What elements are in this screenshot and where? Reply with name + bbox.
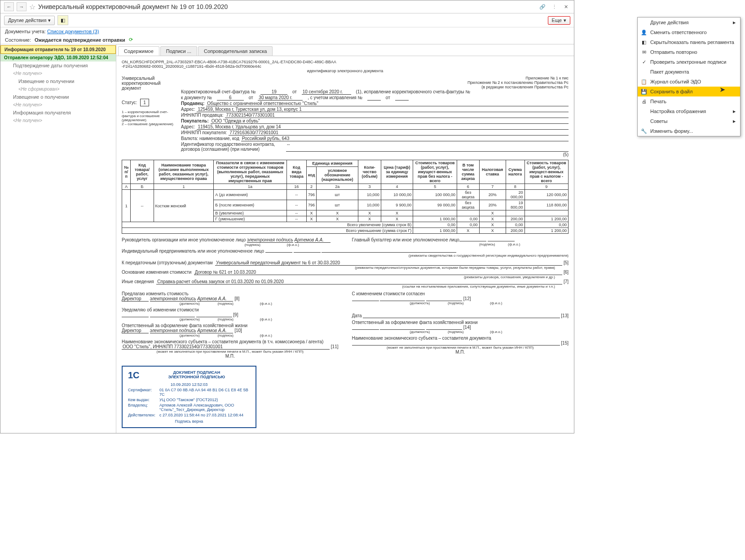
tab-note[interactable]: Сопроводительная записка [198, 46, 273, 56]
signature-stamp: 1C ДОКУМЕНТ ПОДПИСАН ЭЛЕКТРОННОЙ ПОДПИСЬ… [122, 366, 256, 428]
data-table: № п/пКод товара/ работ, услугНаименовани… [122, 160, 569, 234]
titlebar: ← → ☆ Универсальный корректировочный док… [0, 0, 574, 13]
more-dropdown: Другие действия▶ 👤Сменить ответственного… [637, 17, 741, 136]
doc-id-1: ON_KORSCHFDOPPR_2AL-A7303297-EBCA-4B06-A… [122, 60, 569, 64]
journal-icon: 📋 [640, 79, 648, 85]
sidebar-item-notice1-status: <Не сформирован> [0, 85, 116, 93]
other-actions-button[interactable]: Другие действия ▾ [4, 16, 55, 25]
content-area: Содержимое Подписи ... Сопроводительная … [116, 44, 574, 433]
doc-title-left: Универсальный корректировочный документ [122, 76, 176, 91]
menu-edit-form[interactable]: 🔧Изменить форму... [638, 126, 740, 136]
menu-verify-sig[interactable]: ✓Проверить электронные подписи [638, 57, 740, 67]
star-icon[interactable]: ☆ [29, 3, 35, 11]
back-button[interactable]: ← [4, 2, 14, 11]
menu-other-actions[interactable]: Другие действия▶ [638, 18, 740, 27]
tabs: Содержимое Подписи ... Сопроводительная … [116, 44, 574, 56]
status-value: Ожидается подтверждение отправки [35, 37, 125, 43]
link-icon[interactable]: 🔗 [538, 3, 547, 11]
reglament-icon-button[interactable]: ◧ [57, 15, 68, 25]
print-icon: 🖨 [640, 99, 648, 104]
status-code: 1 [140, 99, 149, 106]
table-row: 1--Костюм женский А (до изменения)--796ш… [122, 190, 569, 200]
document-body: ON_KORSCHFDOPPR_2AL-A7303297-EBCA-4B06-A… [116, 56, 574, 432]
menu-toggle-panel[interactable]: ◧Скрыть/показать панель регламента [638, 37, 740, 47]
sidebar-item-info[interactable]: Информация отправителя № 19 от 10.09.202… [0, 45, 116, 54]
menu-package[interactable]: Пакет документа [638, 67, 740, 77]
forward-button[interactable]: → [17, 2, 26, 11]
meta-docs: Документы учета: Список документов (3) [0, 27, 574, 35]
sidebar-item-sent[interactable]: Отправлен оператору ЭДО, 10.09.2020 12:5… [0, 54, 116, 61]
menu-change-owner[interactable]: 👤Сменить ответственного [638, 27, 740, 37]
menu-tips[interactable]: Советы▶ [638, 116, 740, 126]
menu-save-file[interactable]: 💾Сохранить в файл [638, 87, 740, 96]
user-icon: 👤 [640, 30, 648, 35]
menu-print[interactable]: 🖨Печать [638, 96, 740, 106]
send-icon: ✉ [640, 49, 648, 55]
tab-content[interactable]: Содержимое [118, 46, 159, 56]
sidebar-item-notice1[interactable]: Извещение о получении [0, 77, 116, 85]
toolbar: Другие действия ▾ ◧ Еще ▾ [0, 13, 574, 27]
refresh-icon[interactable]: ⟳ [129, 37, 133, 43]
doc-id-label: идентификатор электронного документа [122, 69, 569, 73]
sidebar-item-notice2-status: <Не получен> [0, 101, 116, 109]
sidebar-item-notice2[interactable]: Извещение о получении [0, 93, 116, 101]
sidebar-item-recipient[interactable]: Информация получателя [0, 109, 116, 117]
sidebar: Информация отправителя № 19 от 10.09.202… [0, 44, 116, 433]
check-icon: ✓ [640, 59, 648, 65]
sidebar-item-confirm-status: <Не получен> [0, 70, 116, 77]
menu-resend[interactable]: ✉Отправить повторно [638, 47, 740, 57]
sidebar-item-recipient-status: <Не получен> [0, 117, 116, 124]
tab-signatures[interactable]: Подписи ... [160, 46, 197, 56]
status-row: Состояние: Ожидается подтверждение отпра… [0, 35, 574, 44]
panel-icon: ◧ [640, 39, 648, 45]
sidebar-item-confirm[interactable]: Подтверждение даты получения [0, 61, 116, 70]
menu-display-settings[interactable]: Настройка отображения▶ [638, 106, 740, 116]
kebab-icon[interactable]: ⋮ [550, 3, 559, 11]
menu-journal[interactable]: 📋Журнал событий ЭДО [638, 77, 740, 87]
save-icon: 💾 [640, 89, 648, 95]
edit-icon: 🔧 [640, 128, 648, 134]
doc-id-2: -F241A5280682-00001_20200910_c1887191-4b… [122, 64, 569, 69]
more-button[interactable]: Еще ▾ [548, 16, 570, 25]
close-icon[interactable]: ✕ [561, 3, 570, 11]
window-title: Универсальный корректировочный документ … [38, 3, 535, 10]
docs-link[interactable]: Список документов (3) [47, 29, 99, 34]
